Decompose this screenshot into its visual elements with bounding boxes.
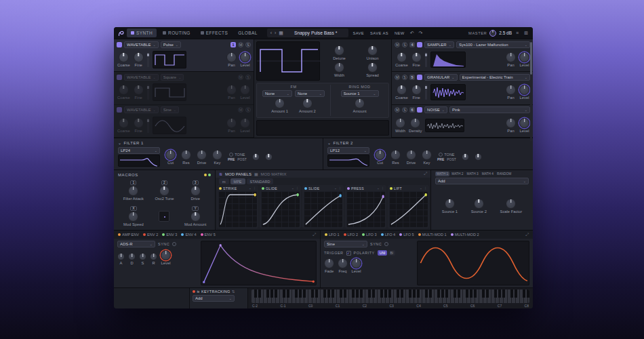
key-knob[interactable]: Key: [422, 150, 432, 165]
coarse-knob[interactable]: Coarse: [117, 52, 130, 67]
env-level-knob[interactable]: Level: [161, 250, 171, 265]
macro-2[interactable]: 2Osc2 Tune: [155, 180, 174, 201]
tab-math-4[interactable]: MATH 4: [481, 172, 495, 176]
width-knob[interactable]: Width: [395, 118, 405, 133]
seg-mpe[interactable]: MPE: [230, 178, 245, 184]
cut-knob[interactable]: Cut: [375, 150, 385, 165]
generator-type-dropdown[interactable]: GRANULAR: [424, 74, 458, 81]
unison-knob[interactable]: Unison: [366, 45, 378, 60]
tab-env-3[interactable]: ENV 3: [162, 233, 177, 237]
tab-global[interactable]: GLOBAL: [234, 28, 261, 37]
key-knob[interactable]: Key: [212, 150, 222, 165]
pan-knob[interactable]: Pan: [506, 85, 516, 100]
mute-button[interactable]: M: [395, 42, 400, 47]
tab-multi-mod-1[interactable]: MULTI-MOD 1: [418, 233, 447, 237]
tab-mod-matrix[interactable]: MOD MATRIX: [261, 172, 287, 176]
mute-button[interactable]: M: [238, 75, 243, 80]
mute-button[interactable]: M: [238, 107, 243, 113]
fine-knob[interactable]: Fine: [411, 85, 422, 100]
fade-knob[interactable]: Fade: [324, 258, 334, 273]
save-as-button[interactable]: SAVE AS: [368, 31, 390, 35]
solo-button[interactable]: S: [402, 75, 407, 80]
cut-knob[interactable]: Cut: [165, 150, 176, 165]
xy-pad[interactable]: [159, 211, 169, 222]
panels-icon[interactable]: ⊞: [523, 31, 529, 36]
tab-lfo-5[interactable]: LFO 5: [399, 233, 414, 237]
tab-effects[interactable]: EFFECTS: [197, 28, 232, 37]
tone-high-knob[interactable]: [475, 153, 482, 161]
generator-type-dropdown[interactable]: WAVETABLE: [124, 106, 159, 113]
tab-math-1[interactable]: MATH 1: [435, 172, 449, 176]
solo-button[interactable]: S: [402, 42, 407, 47]
fine-knob[interactable]: Fine: [411, 52, 422, 67]
tab-synth[interactable]: SYNTH: [127, 28, 157, 37]
panel-options-icon[interactable]: ⋮: [338, 186, 342, 190]
fine-knob[interactable]: Fine: [134, 118, 144, 133]
sort-icon[interactable]: ⇅: [232, 290, 235, 294]
level-knob[interactable]: Level: [519, 85, 529, 100]
seg-mono[interactable]: m: [219, 178, 229, 184]
frame-slider[interactable]: [147, 52, 149, 67]
redo-icon[interactable]: ↷: [418, 31, 424, 36]
tone-low-knob[interactable]: [462, 153, 469, 161]
frame-slider[interactable]: [147, 118, 149, 133]
decay-knob[interactable]: D: [128, 253, 136, 265]
fm-source1-dropdown[interactable]: None: [262, 90, 292, 97]
expand-icon[interactable]: ⤢: [313, 233, 316, 237]
trigger-checkbox[interactable]: ✓: [346, 251, 351, 256]
expand-icon[interactable]: ⤢: [525, 233, 529, 237]
res-knob[interactable]: Res: [181, 150, 191, 165]
macro-3[interactable]: 3Drive: [190, 180, 201, 201]
wavetable-display[interactable]: [153, 117, 186, 134]
spread-knob[interactable]: Spread: [366, 62, 379, 77]
release-knob[interactable]: R: [150, 253, 157, 265]
piano-keyboard[interactable]: [251, 290, 529, 303]
tab-lfo-1[interactable]: LFO 1: [325, 233, 340, 237]
tab-env-4[interactable]: ENV 4: [181, 233, 196, 237]
mute-button[interactable]: M: [395, 107, 400, 113]
level-knob[interactable]: Level: [240, 118, 250, 133]
master-knob[interactable]: [489, 30, 496, 37]
grain-slider[interactable]: [425, 85, 427, 100]
panel-chevron-icon[interactable]: ⌄: [334, 186, 337, 190]
solo-button[interactable]: S: [245, 75, 251, 80]
sample-name-dropdown[interactable]: Sys100 - Lazer Malfunction: [456, 41, 530, 48]
tab-routing[interactable]: ROUTING: [159, 28, 195, 37]
output-badge[interactable]: 1: [230, 42, 236, 47]
mute-button[interactable]: M: [238, 42, 243, 47]
save-button[interactable]: SAVE: [350, 31, 366, 35]
solo-button[interactable]: S: [245, 42, 251, 47]
tone-low-knob[interactable]: [252, 153, 260, 161]
mod-curve-display[interactable]: [304, 191, 342, 227]
collapse-icon[interactable]: ⌄: [118, 140, 122, 145]
panel-chevron-icon[interactable]: ⌄: [420, 186, 422, 190]
sync-toggle[interactable]: [172, 242, 176, 246]
panel-chevron-icon[interactable]: ⌄: [249, 186, 251, 190]
filter-mode-dropdown[interactable]: LP24: [118, 147, 160, 154]
generator-type-dropdown[interactable]: NOISE: [424, 106, 447, 113]
panel-chevron-icon[interactable]: ⌄: [377, 186, 380, 190]
coarse-knob[interactable]: Coarse: [117, 85, 130, 100]
ringmod-source-dropdown[interactable]: Source 1: [341, 90, 379, 97]
preset-name[interactable]: Snappy Pulse Bass *: [286, 31, 345, 35]
filter-curve-display[interactable]: [327, 155, 369, 167]
wavetable-display[interactable]: [153, 51, 186, 68]
pan-knob[interactable]: Pan: [226, 85, 237, 100]
tab-env-5[interactable]: ENV 5: [201, 233, 216, 237]
lane-number-badge[interactable]: 6: [409, 107, 415, 113]
fm-amount1-knob[interactable]: Amount 1: [271, 98, 288, 113]
tab-random[interactable]: RANDOM: [496, 172, 512, 176]
oscillator-waveform-display[interactable]: [256, 41, 320, 81]
mute-button[interactable]: M: [395, 75, 400, 80]
level-knob[interactable]: Level: [240, 52, 250, 67]
undo-icon[interactable]: ↶: [409, 31, 416, 36]
macro-x[interactable]: XMod Speed: [123, 206, 144, 226]
generator-type-dropdown[interactable]: WAVETABLE: [124, 41, 159, 48]
level-knob[interactable]: Level: [519, 52, 529, 67]
math-operation-dropdown[interactable]: Add: [435, 178, 529, 184]
generator-type-dropdown[interactable]: SAMPLER: [424, 41, 454, 48]
fine-knob[interactable]: Fine: [134, 85, 144, 100]
density-knob[interactable]: Density: [409, 118, 422, 133]
preset-next-icon[interactable]: ›: [275, 31, 276, 35]
envelope-graph[interactable]: [201, 241, 317, 285]
